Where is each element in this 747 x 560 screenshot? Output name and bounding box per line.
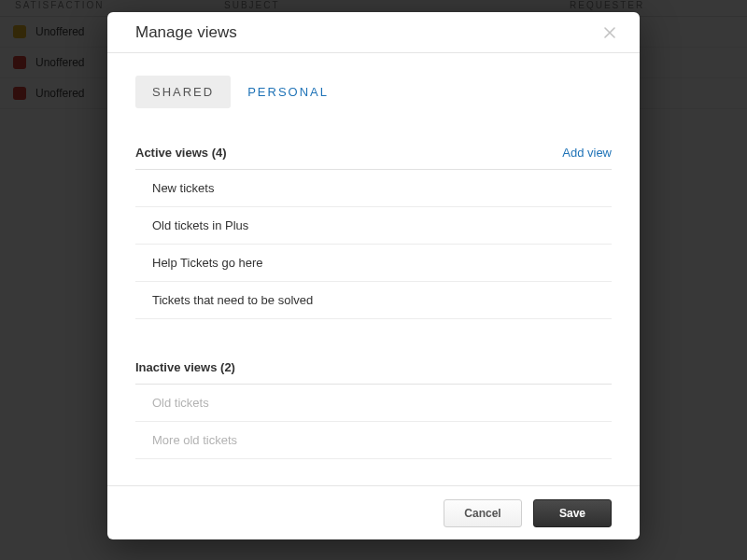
inactive-views-label: Inactive views (2) <box>135 360 235 374</box>
save-button[interactable]: Save <box>533 499 612 527</box>
cancel-button[interactable]: Cancel <box>444 499 522 527</box>
view-item-inactive[interactable]: More old tickets <box>135 422 612 459</box>
tab-personal[interactable]: PERSONAL <box>231 76 345 108</box>
active-views-header: Active views (4) Add view <box>135 146 612 170</box>
view-item[interactable]: Tickets that need to be solved <box>135 282 612 319</box>
modal-body: SHARED PERSONAL Active views (4) Add vie… <box>107 53 640 485</box>
active-views-list: New tickets Old tickets in Plus Help Tic… <box>135 170 612 319</box>
modal-title: Manage views <box>135 23 237 42</box>
view-item[interactable]: New tickets <box>135 170 612 207</box>
view-item-inactive[interactable]: Old tickets <box>135 385 612 422</box>
view-item[interactable]: Help Tickets go here <box>135 245 612 282</box>
close-icon[interactable] <box>600 23 619 42</box>
tab-shared[interactable]: SHARED <box>135 76 231 108</box>
view-item[interactable]: Old tickets in Plus <box>135 207 612 245</box>
inactive-views-header: Inactive views (2) <box>135 360 612 385</box>
active-views-label: Active views (4) <box>135 146 227 160</box>
manage-views-modal: Manage views SHARED PERSONAL Active view… <box>107 12 640 539</box>
inactive-views-list: Old tickets More old tickets <box>135 385 612 459</box>
tabs: SHARED PERSONAL <box>135 76 612 108</box>
add-view-link[interactable]: Add view <box>562 146 612 160</box>
modal-footer: Cancel Save <box>107 485 640 539</box>
modal-header: Manage views <box>107 12 640 53</box>
